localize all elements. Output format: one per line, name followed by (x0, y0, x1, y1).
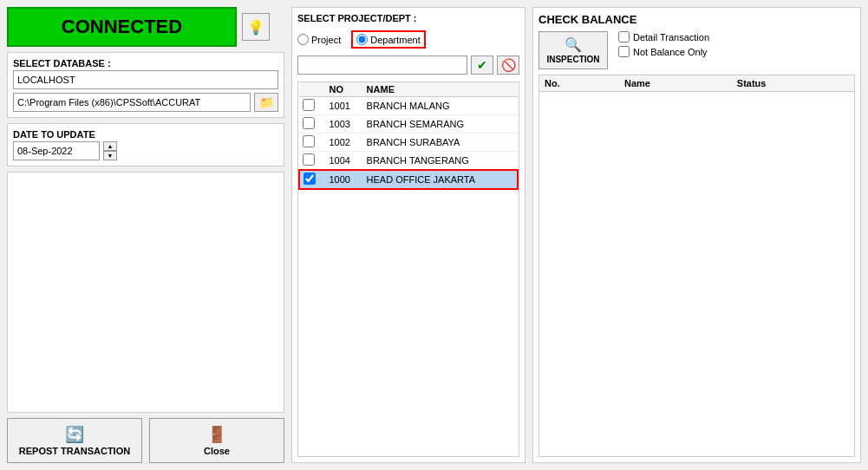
row-id: 1000 (326, 170, 363, 189)
table-row[interactable]: 1001 BRANCH MALANG (299, 97, 518, 115)
date-spinner[interactable]: ▲ ▼ (103, 141, 117, 160)
col-no: NO (326, 82, 363, 97)
not-balance-only-row: Not Balance Only (618, 46, 709, 57)
row-name: HEAD OFFICE JAKARTA (363, 170, 518, 189)
repost-transaction-button[interactable]: 🔄 REPOST TRANSACTION (7, 418, 142, 463)
row-id: 1001 (326, 97, 363, 115)
row-id: 1003 (326, 115, 363, 134)
checkmark-icon: ✔ (477, 58, 487, 72)
project-label: Project (311, 35, 341, 45)
detail-transaction-row: Detail Transaction (618, 31, 709, 42)
check-balance-title: CHECK BALANCE (538, 13, 855, 26)
repost-icon: 🔄 (65, 425, 84, 444)
middle-panel: SELECT PROJECT/DEPT : Project Department… (291, 7, 525, 463)
inspection-row: 🔍 INSPECTION Detail Transaction Not Bala… (538, 31, 855, 69)
select-db-label: SELECT DATABASE : (13, 58, 278, 69)
row-checkbox[interactable] (303, 135, 315, 147)
close-button[interactable]: 🚪 Close (149, 418, 284, 463)
row-id: 1002 (326, 134, 363, 152)
search-confirm-button[interactable]: ✔ (471, 55, 493, 75)
row-checkbox[interactable] (303, 153, 315, 166)
cancel-icon: 🚫 (501, 58, 516, 72)
date-up-button[interactable]: ▲ (103, 141, 117, 151)
repost-label: REPOST TRANSACTION (19, 446, 130, 456)
row-checkbox[interactable] (303, 173, 316, 185)
row-name: BRANCH SEMARANG (363, 115, 518, 134)
path-row: 📁 (13, 93, 278, 112)
col-name: NAME (363, 82, 518, 97)
checkboxes-col: Detail Transaction Not Balance Only (618, 31, 709, 57)
date-row: ▲ ▼ (13, 141, 278, 160)
row-name: BRANCH SURABAYA (363, 134, 518, 152)
left-panel: CONNECTED 💡 SELECT DATABASE : 📁 DATE TO … (7, 7, 284, 463)
table-row[interactable]: 1000 HEAD OFFICE JAKARTA (299, 170, 518, 189)
not-balance-only-label: Not Balance Only (633, 47, 708, 57)
detail-transaction-checkbox[interactable] (618, 31, 630, 42)
detail-transaction-label: Detail Transaction (633, 32, 709, 42)
search-row: ✔ 🚫 (297, 55, 519, 75)
col-checkbox (299, 82, 326, 97)
date-down-button[interactable]: ▼ (103, 151, 117, 160)
database-input[interactable] (13, 70, 278, 89)
result-col-status: Status (732, 75, 854, 92)
table-row[interactable]: 1003 BRANCH SEMARANG (299, 115, 518, 134)
close-label: Close (204, 446, 230, 456)
date-section: DATE TO UPDATE ▲ ▼ (7, 123, 284, 166)
search-cancel-button[interactable]: 🚫 (497, 55, 519, 75)
row-name: BRANCH TANGERANG (363, 152, 518, 171)
radio-row: Project Department (297, 30, 519, 49)
project-radio-label[interactable]: Project (297, 34, 341, 45)
date-input[interactable] (13, 141, 100, 160)
right-panel: CHECK BALANCE 🔍 INSPECTION Detail Transa… (532, 7, 861, 463)
search-input[interactable] (297, 55, 467, 75)
department-table: NO NAME 1001 BRANCH MALANG 1003 BRANCH S… (297, 82, 519, 457)
close-icon: 🚪 (207, 425, 226, 444)
bottom-buttons: 🔄 REPOST TRANSACTION 🚪 Close (7, 418, 284, 463)
row-id: 1004 (326, 152, 363, 171)
path-input[interactable] (13, 93, 251, 112)
inspection-button[interactable]: 🔍 INSPECTION (538, 31, 608, 69)
department-label: Department (370, 35, 420, 45)
log-area (7, 172, 284, 413)
department-radio[interactable] (356, 34, 368, 45)
middle-panel-title: SELECT PROJECT/DEPT : (297, 13, 519, 23)
department-radio-label[interactable]: Department (351, 30, 425, 49)
results-table: No. Name Status (538, 75, 855, 457)
project-radio[interactable] (297, 34, 309, 45)
not-balance-only-checkbox[interactable] (618, 46, 630, 57)
connected-badge: CONNECTED (7, 7, 237, 47)
folder-button[interactable]: 📁 (254, 93, 278, 112)
select-database-section: SELECT DATABASE : 📁 (7, 52, 284, 118)
row-checkbox[interactable] (303, 117, 315, 129)
result-col-name: Name (619, 75, 732, 92)
connected-header: CONNECTED 💡 (7, 7, 284, 47)
date-label: DATE TO UPDATE (13, 129, 278, 140)
row-checkbox[interactable] (303, 99, 315, 111)
inspection-label: INSPECTION (546, 55, 599, 64)
table-row[interactable]: 1002 BRANCH SURABAYA (299, 134, 518, 152)
folder-icon: 📁 (259, 95, 274, 109)
inspection-icon: 🔍 (565, 36, 582, 53)
bulb-button[interactable]: 💡 (242, 13, 270, 41)
table-row[interactable]: 1004 BRANCH TANGERANG (299, 152, 518, 171)
result-col-no: No. (539, 75, 619, 92)
bulb-icon: 💡 (247, 19, 264, 36)
row-name: BRANCH MALANG (363, 97, 518, 115)
